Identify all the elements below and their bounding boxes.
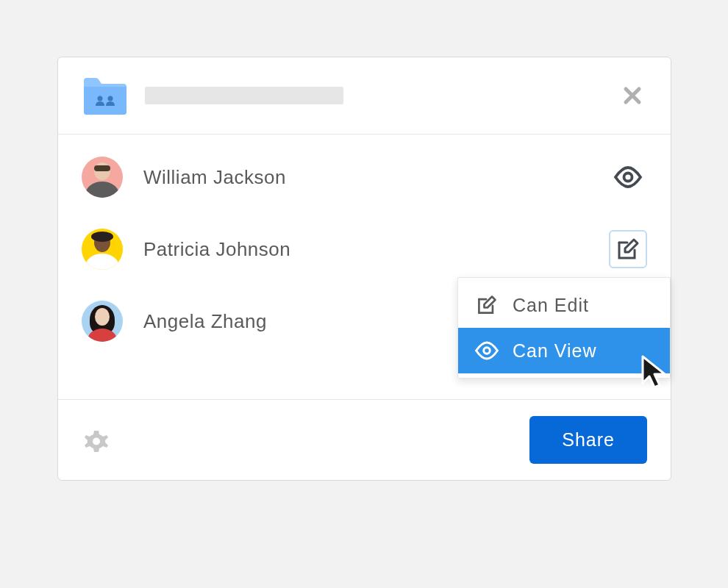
dialog-header	[58, 57, 671, 135]
person-name: William Jackson	[143, 166, 588, 189]
svg-point-4	[93, 437, 100, 445]
permission-edit-button[interactable]	[609, 230, 647, 268]
svg-point-0	[98, 96, 103, 101]
svg-point-2	[624, 173, 632, 182]
edit-icon	[474, 293, 499, 318]
folder-title-placeholder	[145, 87, 343, 104]
permission-dropdown: Can Edit Can View	[457, 277, 671, 379]
avatar	[82, 301, 123, 342]
dropdown-option-label: Can Edit	[513, 295, 589, 316]
dropdown-option-view[interactable]: Can View	[458, 328, 670, 373]
dialog-body: William Jackson Patricia Johnson	[58, 135, 671, 399]
close-icon	[623, 86, 642, 105]
dialog-footer: Share	[58, 399, 671, 480]
edit-icon	[615, 237, 640, 262]
permission-view-button[interactable]	[609, 158, 647, 196]
dropdown-option-edit[interactable]: Can Edit	[458, 282, 670, 328]
avatar	[82, 229, 123, 270]
dropdown-option-label: Can View	[513, 340, 597, 362]
eye-icon	[474, 338, 499, 363]
close-button[interactable]	[618, 81, 647, 110]
shared-folder-icon	[82, 75, 129, 116]
gear-icon	[84, 428, 109, 453]
share-dialog: William Jackson Patricia Johnson	[57, 57, 671, 481]
svg-point-1	[108, 96, 113, 101]
avatar	[82, 157, 123, 198]
person-name: Patricia Johnson	[143, 238, 588, 261]
eye-icon	[613, 162, 643, 192]
person-row: Patricia Johnson	[82, 223, 647, 276]
person-row: William Jackson	[82, 151, 647, 204]
share-button[interactable]: Share	[529, 416, 647, 464]
settings-button[interactable]	[82, 426, 111, 455]
svg-point-3	[484, 348, 490, 354]
